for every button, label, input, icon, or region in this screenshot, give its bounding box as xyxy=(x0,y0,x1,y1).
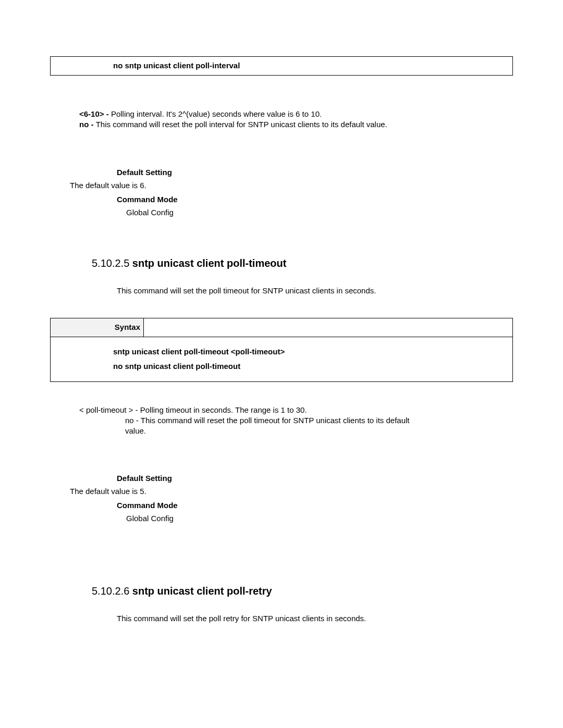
section-number-5: 5.10.2.5 xyxy=(92,257,132,269)
param-6-10-desc: Polling interval. It's 2^(value) seconds… xyxy=(111,109,322,118)
default-setting-heading-1: Default Setting xyxy=(117,168,513,177)
syntax-header-row: Syntax xyxy=(51,318,512,337)
default-setting-value-2: The default value is 5. xyxy=(70,487,513,496)
default-setting-heading-2: Default Setting xyxy=(117,474,513,483)
command-mode-heading-2: Command Mode xyxy=(117,501,513,510)
parameter-block-2: < poll-timeout > - Polling timeout in se… xyxy=(50,405,513,437)
command-mode-heading-1: Command Mode xyxy=(117,195,513,204)
param-poll-timeout-label: < poll-timeout > - xyxy=(79,405,140,414)
section-5-10-2-6-title: 5.10.2.6 sntp unicast client poll-retry xyxy=(92,585,513,597)
syntax-line-2: no sntp unicast client poll-timeout xyxy=(113,359,512,374)
syntax-label: Syntax xyxy=(51,318,144,337)
syntax-body: sntp unicast client poll-timeout <poll-t… xyxy=(51,337,512,381)
section-name-5: sntp unicast client poll-timeout xyxy=(132,257,287,269)
default-setting-value-1: The default value is 6. xyxy=(70,181,513,190)
param-no-desc-2a: This command will reset the poll timeout… xyxy=(141,416,410,425)
command-mode-value-2: Global Config xyxy=(126,514,513,523)
document-page: no sntp unicast client poll-interval <6-… xyxy=(0,56,563,728)
syntax-box: Syntax sntp unicast client poll-timeout … xyxy=(50,318,513,382)
section-5-desc: This command will set the poll timeout f… xyxy=(117,286,513,295)
param-poll-timeout-desc: Polling timeout in seconds. The range is… xyxy=(140,405,307,414)
section-6-desc: This command will set the poll retry for… xyxy=(117,614,513,623)
syntax-box-line: no sntp unicast client poll-interval xyxy=(113,61,240,70)
section-name-6: sntp unicast client poll-retry xyxy=(132,585,272,597)
command-mode-value-1: Global Config xyxy=(126,208,513,217)
param-6-10-label: <6-10> - xyxy=(79,109,111,118)
param-no-desc-2b: value. xyxy=(79,426,508,436)
param-no-desc-1: This command will reset the poll interva… xyxy=(96,120,387,129)
parameter-block-1: <6-10> - Polling interval. It's 2^(value… xyxy=(50,109,513,130)
param-no-label-2: no - xyxy=(125,416,141,425)
param-no-label-1: no - xyxy=(79,120,96,129)
param-no-line-2: no - This command will reset the poll ti… xyxy=(79,415,508,426)
section-number-6: 5.10.2.6 xyxy=(92,585,132,597)
syntax-box-continuation: no sntp unicast client poll-interval xyxy=(50,56,513,76)
syntax-line-1: sntp unicast client poll-timeout <poll-t… xyxy=(113,344,512,360)
section-5-10-2-5-title: 5.10.2.5 sntp unicast client poll-timeou… xyxy=(92,257,513,269)
